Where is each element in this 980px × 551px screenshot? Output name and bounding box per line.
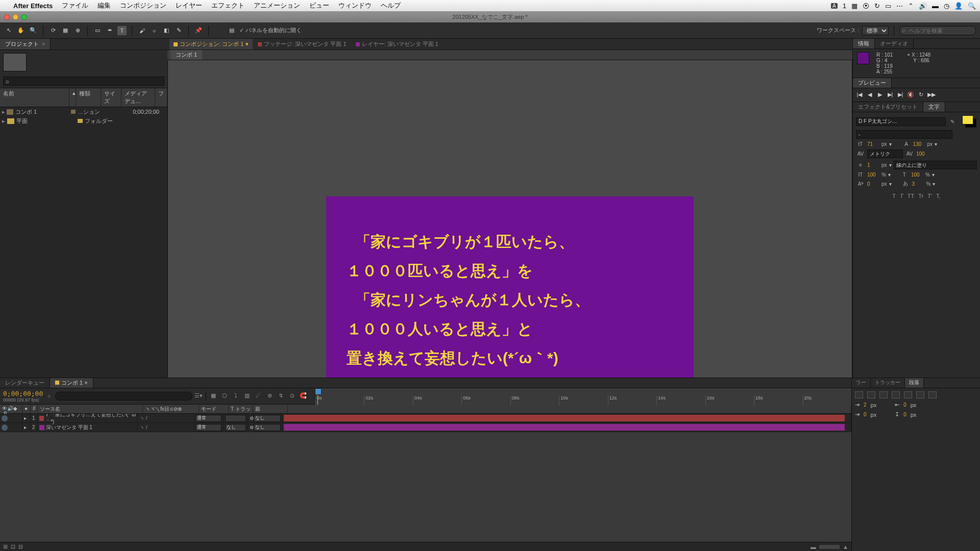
timeline-layer-2[interactable]: ▸ 2 深いマゼンタ 平面 1 ヽ / 通常 なし ⊚なし (0, 423, 851, 432)
type-tool[interactable]: T (117, 26, 127, 35)
tsume-value[interactable]: 3 (912, 181, 924, 187)
layer-bar[interactable] (284, 415, 845, 421)
audio-tab[interactable]: オーディオ (875, 39, 914, 48)
loop-button[interactable]: ↻ (917, 91, 924, 98)
zoom-in-icon[interactable]: ▲ (843, 544, 848, 550)
auto-key-icon[interactable]: ⊙ (288, 392, 296, 400)
eraser-tool[interactable]: ◧ (162, 26, 171, 35)
indent-left-value[interactable]: 2 (864, 402, 867, 408)
timeline-comp-tab[interactable]: コンポ 1 × (50, 378, 93, 388)
label-swatch[interactable] (39, 425, 44, 430)
hide-shy-icon[interactable]: ⤵ (232, 392, 240, 400)
input-icon[interactable]: ▬ (932, 2, 939, 10)
footage-tab[interactable]: フッテージ: 深いマゼンタ 平面 1 (254, 39, 350, 49)
type-style-buttons[interactable]: TT TTTr T'T, (856, 190, 977, 202)
tracker-tab[interactable]: トラッカー (871, 378, 905, 388)
justify-last-center-icon[interactable] (904, 391, 912, 398)
timeline-search[interactable] (55, 392, 192, 400)
font-family-select[interactable]: D F P太丸ゴシ… (856, 117, 946, 126)
blend-mode-select[interactable]: 通常 (195, 415, 222, 422)
cc-badge[interactable]: A (831, 3, 838, 9)
volume-icon[interactable]: 🔊 (919, 2, 927, 10)
comp-mini-flowchart-icon[interactable]: ▦ (209, 392, 217, 400)
list-icon[interactable]: ☰▾ (194, 392, 203, 400)
hscale-value[interactable]: 100 (911, 172, 923, 178)
graph-icon[interactable]: ↯ (277, 392, 285, 400)
dots-icon[interactable]: ⋯ (896, 2, 903, 10)
status-icon[interactable]: ▦ (851, 2, 857, 10)
brain-icon[interactable]: ⊚ (265, 392, 274, 400)
play-button[interactable]: ▶ (876, 91, 884, 98)
menu-view[interactable]: ビュー (309, 1, 329, 10)
leading-value[interactable]: 130 (913, 141, 925, 147)
menu-file[interactable]: ファイル (62, 1, 88, 10)
user-icon[interactable]: 👤 (954, 2, 963, 10)
timeline-empty-area[interactable] (0, 432, 851, 542)
menu-edit[interactable]: 編集 (97, 1, 111, 10)
indent-right-value[interactable]: 0 (903, 402, 906, 408)
font-size-value[interactable]: 71 (867, 141, 879, 147)
prev-frame-button[interactable]: ◀ (866, 91, 873, 98)
draft3d-icon[interactable]: ⬡ (220, 392, 229, 400)
timeline-timecode[interactable]: 0;00;00;00 (3, 390, 42, 397)
help-search[interactable] (899, 26, 976, 35)
rect-tool[interactable]: ▭ (93, 26, 102, 35)
project-item-comp[interactable]: ▸ コンポ 1 …ション 0;00;20;00 (0, 107, 167, 116)
comp-tab[interactable]: コンポジション: コンポ 1 ▾ (169, 39, 253, 49)
spotlight-icon[interactable]: 🔍 (968, 2, 976, 10)
comp-subtab[interactable]: コンポ 1 (170, 50, 202, 60)
fill-stroke-swatches[interactable] (959, 115, 977, 128)
visibility-icon[interactable] (2, 424, 8, 431)
frame-blend-icon[interactable]: ▥ (243, 392, 251, 400)
workspace-select[interactable]: 標準 (862, 26, 889, 35)
menu-help[interactable]: ヘルプ (381, 1, 401, 10)
blend-mode-select[interactable]: 通常 (195, 424, 222, 431)
app-name[interactable]: After Effects (13, 2, 53, 10)
toggle-modes-icon[interactable]: ⊡ (11, 543, 15, 550)
wifi-icon[interactable]: ⦿ (863, 2, 869, 10)
eyedropper-icon[interactable]: ✎ (948, 119, 957, 124)
smoother-tab[interactable]: ラー (852, 378, 871, 388)
parent-select[interactable]: なし (254, 424, 281, 431)
next-frame-button[interactable]: ▶| (887, 91, 894, 98)
menu-effect[interactable]: エフェクト (211, 1, 244, 10)
motion-blur-icon[interactable]: ☄ (254, 392, 262, 400)
camera-tool[interactable]: ▦ (61, 26, 70, 35)
menu-layer[interactable]: レイヤー (176, 1, 202, 10)
project-column-headers[interactable]: 名前 ▴ 種類 サイズ メディアデュ… フ (0, 88, 167, 107)
trkmat-select[interactable] (225, 415, 246, 422)
mute-button[interactable]: 🔇 (907, 91, 914, 98)
airplay-icon[interactable]: ⌃ (908, 2, 914, 10)
space-after-value[interactable]: 0 (903, 412, 906, 417)
justify-last-left-icon[interactable] (892, 391, 900, 398)
align-left-icon[interactable] (855, 391, 863, 398)
layer-bar[interactable] (284, 424, 845, 431)
render-queue-tab[interactable]: レンダーキュー (0, 378, 50, 388)
zoom-slider[interactable] (819, 545, 840, 549)
puppet-tool[interactable]: 📌 (194, 26, 203, 35)
zoom-tool[interactable]: 🔍 (29, 26, 38, 35)
justify-all-icon[interactable] (928, 391, 937, 398)
selection-tool[interactable]: ↖ (4, 26, 13, 35)
stroke-width-value[interactable]: 1 (867, 162, 879, 168)
project-item-folder[interactable]: ▸ 平面 フォルダー (0, 116, 167, 126)
panel-icon[interactable]: ▤ (227, 26, 236, 35)
menu-animation[interactable]: アニメーション (254, 1, 300, 10)
pen-tool[interactable]: ✒ (105, 26, 114, 35)
character-tab[interactable]: 文字 (923, 102, 945, 112)
menu-composition[interactable]: コンポジション (120, 1, 166, 10)
sync-icon[interactable]: ↻ (874, 2, 880, 10)
hand-tool[interactable]: ✋ (16, 26, 26, 35)
brush-tool[interactable]: 🖌 (137, 26, 146, 35)
zoom-out-icon[interactable]: ▬ (811, 544, 816, 550)
display-icon[interactable]: ▭ (885, 2, 891, 10)
justify-last-right-icon[interactable] (916, 391, 924, 398)
stroke-option-select[interactable]: 線の上に塗り (894, 161, 977, 169)
project-tab[interactable]: プロジェクト× (0, 39, 51, 49)
timeline-layer-1[interactable]: ▸ 1 T 「家にゴキブリ…えて妄想したい(*´ω｀*) ヽ / 通常 ⊚なし (0, 414, 851, 423)
ram-preview-button[interactable]: ▶▶ (927, 91, 935, 98)
first-frame-button[interactable]: |◀ (856, 91, 863, 98)
kerning-select[interactable]: メトリク (867, 149, 903, 158)
vscale-value[interactable]: 100 (867, 172, 879, 178)
effects-presets-tab[interactable]: エフェクト&プリセット (853, 102, 923, 112)
